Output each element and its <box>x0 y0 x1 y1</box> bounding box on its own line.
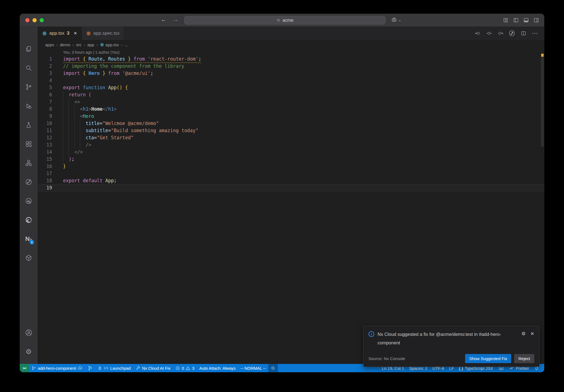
activity-bar: N>1⚙ <box>20 27 38 364</box>
code-line-15[interactable]: 15 ); <box>38 156 544 163</box>
statusbar-zoom[interactable] <box>268 364 278 372</box>
activity-item-run-debug-icon[interactable] <box>20 96 37 115</box>
scrollbar-slider[interactable] <box>541 57 544 146</box>
code-line-19[interactable]: 19 <box>38 184 544 191</box>
statusbar-vim-mode[interactable]: -- NORMAL -- <box>238 364 269 372</box>
codelens-annotation[interactable]: You, 3 hours ago | 1 author (You) <box>38 49 544 55</box>
activity-item-explorer-icon[interactable] <box>20 39 37 58</box>
code-text: import { Route, Routes } from 'react-rou… <box>63 55 201 62</box>
activity-item-source-control-icon[interactable] <box>20 77 37 96</box>
tab-app.spec.tsx[interactable]: app.spec.tsx <box>82 27 124 40</box>
code-line-12[interactable]: 12 cta="Get Started" <box>38 134 544 141</box>
code-line-18[interactable]: 18export default App; <box>38 177 544 184</box>
statusbar-auto-attach[interactable]: Auto Attach: Always <box>197 364 238 372</box>
nx-run-icon[interactable] <box>509 30 515 37</box>
statusbar-nx-cloud-ai-fix[interactable]: Nx Cloud AI Fix <box>133 364 173 372</box>
code-line-7[interactable]: 7 <> <box>38 98 544 105</box>
breadcrumb-item-apps[interactable]: apps <box>45 42 54 47</box>
rocket-icon <box>97 366 102 371</box>
more-actions-icon[interactable]: ⋯ <box>532 30 538 37</box>
window-controls <box>25 18 44 22</box>
close-window-button[interactable] <box>25 18 29 22</box>
statusbar-label: add-hero-component <box>38 366 76 371</box>
activity-item-nx-icon[interactable]: N>1 <box>20 229 37 248</box>
indent-guide <box>69 127 69 134</box>
toggle-sidebar-right-icon[interactable] <box>533 17 539 23</box>
code-line-3[interactable]: 3import { Hero } from '@acme/ui'; <box>38 70 544 77</box>
breadcrumb-item-app.tsx[interactable]: app.tsx <box>100 42 119 47</box>
statusbar-launchpad[interactable]: Launchpad <box>95 364 133 372</box>
code-text: <> <box>63 98 80 105</box>
reject-button[interactable]: Reject <box>514 354 534 363</box>
code-line-8[interactable]: 8 <h1>Home</h1> <box>38 105 544 113</box>
command-center-search[interactable]: acme <box>184 16 386 24</box>
code-line-2[interactable]: 2// importing the component from the lib… <box>38 62 544 70</box>
maximize-window-button[interactable] <box>40 18 44 22</box>
statusbar-problems[interactable]: 03 <box>173 364 197 372</box>
copilot-icon <box>391 17 397 23</box>
notification-message: Nx Cloud suggested a fix for @acme/demo:… <box>378 330 505 347</box>
code-editor[interactable]: You, 3 hours ago | 1 author (You) 1impor… <box>38 49 544 364</box>
code-text: export default App; <box>63 177 117 184</box>
statusbar-branch[interactable]: add-hero-component <box>29 364 85 372</box>
indent-guide <box>69 113 69 120</box>
minimize-window-button[interactable] <box>32 18 37 22</box>
code-line-14[interactable]: 14 </> <box>38 148 544 156</box>
code-line-11[interactable]: 11 subtitle="Build something amazing tod… <box>38 127 544 134</box>
next-change-icon[interactable] <box>497 30 503 36</box>
line-number: 13 <box>38 141 52 148</box>
navigate-forward-icon[interactable]: → <box>173 16 178 23</box>
toggle-panel-icon[interactable] <box>523 17 529 23</box>
tab-app.tsx[interactable]: app.tsx3✕ <box>38 27 82 40</box>
breadcrumb[interactable]: apps›demo›src›app› app.tsx›... <box>38 40 544 49</box>
open-changes-icon[interactable] <box>486 30 492 36</box>
activity-item-hierarchy-icon[interactable] <box>20 153 37 172</box>
search-icon <box>276 18 281 22</box>
code-line-5[interactable]: 5export function App() { <box>38 84 544 91</box>
breadcrumb-separator: › <box>56 42 58 47</box>
activity-item-account-icon[interactable] <box>20 323 37 342</box>
line-number: 14 <box>38 148 52 156</box>
code-line-10[interactable]: 10 title="Welcmoe @acme/demo" <box>38 120 544 127</box>
statusbar-commit-graph[interactable] <box>85 364 95 372</box>
copilot-menu[interactable]: ⌄ <box>391 17 401 23</box>
code-line-9[interactable]: 9 <Hero <box>38 113 544 120</box>
code-line-4[interactable]: 4 <box>38 77 544 84</box>
toggle-sidebar-left-icon[interactable] <box>513 17 519 23</box>
code-line-17[interactable]: 17 <box>38 170 544 177</box>
overview-ruler[interactable] <box>540 49 544 364</box>
code-line-13[interactable]: 13 /> <box>38 141 544 148</box>
indent-guide <box>63 141 63 148</box>
activity-item-settings-icon[interactable]: ⚙ <box>20 342 37 361</box>
customize-layout-icon[interactable] <box>503 17 509 23</box>
commit-graph-icon <box>88 366 93 371</box>
activity-item-package-icon[interactable] <box>20 248 37 267</box>
activity-item-gitlens-search-icon[interactable] <box>20 191 37 210</box>
code-line-6[interactable]: 6 return ( <box>38 91 544 98</box>
indent-guide <box>63 98 63 105</box>
activity-item-edge-icon[interactable] <box>20 210 37 229</box>
breadcrumb-item-...[interactable]: ... <box>124 42 128 47</box>
statusbar-remote-indicator[interactable]: >< <box>20 364 29 372</box>
notification-close-icon[interactable]: ✕ <box>530 331 534 337</box>
code-line-16[interactable]: 16} <box>38 163 544 170</box>
indent-guide <box>63 113 63 120</box>
split-editor-icon[interactable] <box>520 30 527 36</box>
notification-settings-gear-icon[interactable]: ⚙ <box>522 331 526 337</box>
tab-close-icon[interactable]: ✕ <box>74 31 77 36</box>
code-text: cta="Get Started" <box>63 134 134 141</box>
info-icon: i <box>368 331 374 337</box>
code-line-1[interactable]: 1import { Route, Routes } from 'react-ro… <box>38 55 544 62</box>
breadcrumb-item-demo[interactable]: demo <box>60 42 70 47</box>
tab-label: app.spec.tsx <box>93 31 120 36</box>
activity-item-extensions-icon[interactable] <box>20 134 37 153</box>
statusbar-label: Auto Attach: Always <box>199 366 236 371</box>
activity-item-testing-icon[interactable] <box>20 115 37 134</box>
activity-item-search-icon[interactable] <box>20 58 37 77</box>
activity-item-gitlens-icon[interactable] <box>20 172 37 191</box>
previous-change-icon[interactable] <box>475 30 481 36</box>
navigate-back-icon[interactable]: ← <box>161 16 167 23</box>
breadcrumb-item-src[interactable]: src <box>76 42 82 47</box>
show-suggested-fix-button[interactable]: Show Suggested Fix <box>465 354 511 363</box>
breadcrumb-item-app[interactable]: app <box>87 42 94 47</box>
